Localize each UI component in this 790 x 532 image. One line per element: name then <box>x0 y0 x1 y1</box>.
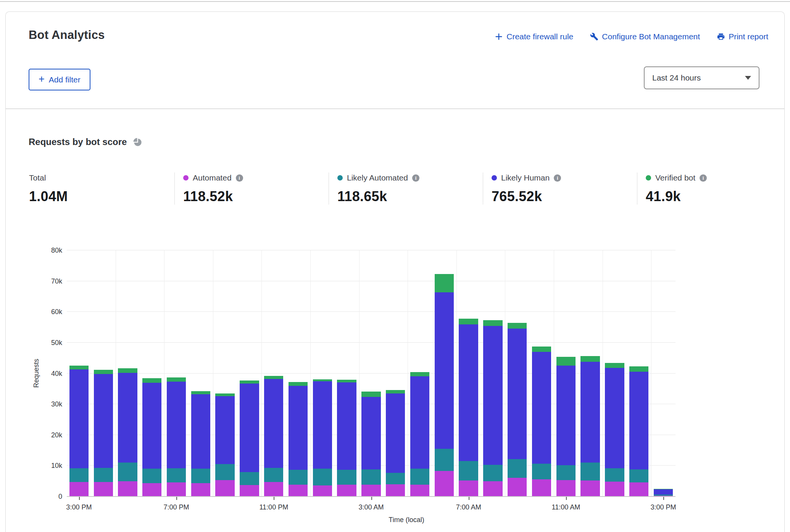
y-tick-label: 50k <box>51 338 62 347</box>
action-label: Print report <box>729 32 768 41</box>
stat-label: Total <box>29 173 46 182</box>
stacked-bar <box>605 250 624 497</box>
time-range-dropdown[interactable]: Last 24 hours <box>644 66 759 89</box>
segment-likely-automated <box>580 463 600 480</box>
segment-likely-automated <box>191 469 210 483</box>
segment-automated <box>337 485 356 497</box>
stat-likely-human: Likely Human 765.52k <box>483 172 637 205</box>
bar-group-500pm[interactable] <box>116 250 140 497</box>
bar-group-400pm[interactable] <box>91 250 116 497</box>
create-firewall-rule-link[interactable]: Create firewall rule <box>495 32 573 41</box>
segment-verified-bot <box>118 368 137 373</box>
segment-likely-automated <box>459 461 478 480</box>
segment-automated <box>605 482 624 497</box>
bar-group-200am[interactable] <box>335 250 359 497</box>
bar-group-800am[interactable] <box>481 250 505 497</box>
x-axis-title: Time (local) <box>389 516 424 524</box>
segment-likely-automated <box>215 464 234 480</box>
bar-group-700am[interactable] <box>456 250 481 497</box>
bar-group-600pm[interactable] <box>140 250 164 497</box>
legend-dot-verified-bot <box>646 175 651 181</box>
plus-icon <box>495 32 503 41</box>
stat-value: 41.9k <box>646 189 790 205</box>
stacked-bar <box>629 250 648 497</box>
x-tick <box>274 497 274 500</box>
bar-group-1000am[interactable] <box>529 250 554 497</box>
bar-group-1000pm[interactable] <box>237 250 262 497</box>
segment-likely-human <box>69 369 89 468</box>
segment-automated <box>313 485 332 497</box>
stacked-bar <box>240 250 259 497</box>
stat-automated: Automated 118.52k <box>174 172 329 205</box>
bar-group-900am[interactable] <box>505 250 529 497</box>
bar-group-500am[interactable] <box>408 250 432 497</box>
chart-plot-area <box>67 250 676 497</box>
info-icon[interactable] <box>554 174 561 182</box>
segment-verified-bot <box>410 372 429 376</box>
segment-automated <box>483 481 502 497</box>
segment-automated <box>435 471 454 497</box>
segment-verified-bot <box>215 393 234 396</box>
segment-likely-human <box>556 366 576 465</box>
segment-likely-automated <box>435 449 454 471</box>
stat-value: 765.52k <box>492 189 637 205</box>
info-icon[interactable] <box>236 174 243 182</box>
bot-analytics-page: Bot Analytics Create firewall rule Confi… <box>0 0 790 532</box>
y-tick-label: 10k <box>51 461 62 470</box>
bar-group-600am[interactable] <box>432 250 456 497</box>
segment-automated <box>386 484 405 497</box>
bar-group-100pm[interactable] <box>603 250 627 497</box>
segment-verified-bot <box>69 366 89 369</box>
segment-verified-bot <box>435 274 454 292</box>
bar-group-100am[interactable] <box>310 250 335 497</box>
bar-group-300pm[interactable] <box>651 250 676 497</box>
top-divider <box>0 1 790 2</box>
bar-group-300am[interactable] <box>359 250 384 497</box>
x-tick-label: 3:00 AM <box>358 503 384 511</box>
bar-group-900pm[interactable] <box>213 250 237 497</box>
add-filter-button[interactable]: + Add filter <box>29 69 90 90</box>
bar-group-300pm[interactable] <box>67 250 91 497</box>
bar-group-200pm[interactable] <box>627 250 651 497</box>
info-icon[interactable] <box>412 174 419 182</box>
action-label: Create firewall rule <box>506 32 573 41</box>
stacked-bar <box>215 250 234 497</box>
segment-automated <box>94 482 113 497</box>
stat-label: Likely Automated <box>347 173 408 182</box>
print-report-link[interactable]: Print report <box>717 32 768 41</box>
action-label: Configure Bot Management <box>602 32 700 41</box>
stacked-bar <box>459 250 478 497</box>
bar-group-1100pm[interactable] <box>261 250 286 497</box>
bar-group-1200am[interactable] <box>286 250 310 497</box>
stacked-bar <box>386 250 405 497</box>
bar-group-400am[interactable] <box>383 250 408 497</box>
segment-likely-automated <box>142 469 161 483</box>
y-tick-label: 0 <box>58 492 62 501</box>
stacked-bar <box>508 250 527 497</box>
bar-group-700pm[interactable] <box>164 250 189 497</box>
stacked-bar <box>94 250 113 497</box>
segment-verified-bot <box>191 391 210 394</box>
stacked-bar <box>167 250 186 497</box>
info-icon[interactable] <box>700 174 707 182</box>
stacked-bar <box>435 250 454 497</box>
x-tick <box>176 497 177 500</box>
stat-verified-bot: Verified bot 41.9k <box>637 172 790 205</box>
bar-group-1100am[interactable] <box>554 250 578 497</box>
segment-likely-automated <box>69 468 89 482</box>
legend-dot-automated <box>183 175 189 181</box>
stacked-bar <box>142 250 161 497</box>
stacked-bar <box>337 250 356 497</box>
y-tick-label: 20k <box>51 430 62 440</box>
stat-value: 118.52k <box>183 189 329 205</box>
segment-likely-automated <box>337 470 356 485</box>
segment-likely-human <box>240 384 259 472</box>
segment-likely-human <box>361 397 380 469</box>
segment-likely-automated <box>264 468 283 482</box>
bar-group-1200pm[interactable] <box>578 250 603 497</box>
bar-group-800pm[interactable] <box>189 250 213 497</box>
segment-likely-automated <box>410 469 429 484</box>
printer-icon <box>717 32 725 41</box>
configure-bot-management-link[interactable]: Configure Bot Management <box>590 32 700 41</box>
segment-verified-bot <box>459 319 478 324</box>
